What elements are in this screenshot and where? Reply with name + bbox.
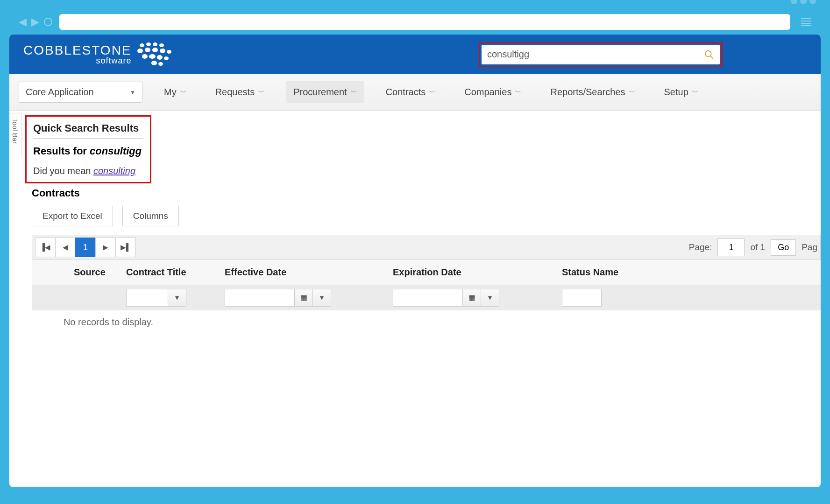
back-icon[interactable]: ◀: [19, 16, 27, 28]
pager-prev-button[interactable]: ◀: [55, 238, 76, 257]
nav-companies[interactable]: Companies﹀: [457, 81, 529, 103]
col-effective-date[interactable]: Effective Date: [219, 267, 387, 278]
columns-button[interactable]: Columns: [122, 206, 179, 226]
brand-sub: software: [23, 56, 132, 66]
svg-point-7: [160, 49, 165, 53]
filter-button[interactable]: ▾: [168, 289, 186, 307]
calendar-button[interactable]: ▦: [294, 289, 313, 307]
col-source[interactable]: Source: [68, 267, 121, 278]
svg-point-5: [145, 48, 150, 52]
nav-setup[interactable]: Setup﹀: [657, 81, 706, 103]
browser-frame: ◀ ▶ COBBLESTONE software: [0, 0, 830, 504]
svg-point-4: [137, 49, 143, 53]
calendar-icon: ▦: [300, 293, 307, 302]
page-input[interactable]: [717, 238, 745, 256]
funnel-icon: ▾: [320, 293, 324, 302]
pager-current-page[interactable]: 1: [75, 238, 96, 257]
menu-icon[interactable]: [801, 18, 811, 26]
page-of-label: of 1: [750, 242, 765, 252]
search-input[interactable]: [487, 49, 704, 60]
contracts-heading: Contracts: [32, 187, 821, 199]
quick-search-results-title: Quick Search Results: [33, 122, 143, 139]
nav-reports-searches[interactable]: Reports/Searches﹀: [543, 81, 642, 103]
chevron-down-icon: ﹀: [351, 88, 357, 97]
grid-pager: ▐◀ ◀ 1 ▶ ▶▌ Page: of 1 Go Pag: [32, 235, 821, 260]
app-selector-label: Core Application: [26, 87, 94, 98]
brand-dots-icon: [136, 41, 178, 69]
page-label: Page:: [689, 242, 712, 252]
col-contract-title[interactable]: Contract Title: [121, 267, 219, 278]
svg-point-10: [149, 54, 156, 59]
pager-first-button[interactable]: ▐◀: [35, 238, 56, 257]
chevron-down-icon: ﹀: [258, 88, 264, 97]
global-search: [479, 42, 723, 67]
did-you-mean: Did you mean consulting: [33, 166, 143, 176]
nav-requests[interactable]: Requests﹀: [208, 81, 272, 103]
filter-button[interactable]: ▾: [312, 289, 331, 307]
funnel-icon: ▾: [175, 293, 179, 302]
search-term: consultigg: [90, 145, 142, 157]
results-highlight: Quick Search Results Results for consult…: [25, 115, 151, 183]
export-to-excel-button[interactable]: Export to Excel: [32, 206, 113, 226]
svg-point-3: [159, 43, 164, 47]
svg-point-6: [152, 48, 158, 52]
svg-point-15: [705, 50, 711, 56]
chevron-down-icon: ﹀: [692, 88, 698, 97]
search-icon[interactable]: [704, 49, 714, 60]
grid-header: Source Contract Title Effective Date Exp…: [32, 260, 821, 285]
svg-point-11: [157, 55, 163, 60]
browser-nav: ◀ ▶: [19, 16, 52, 28]
svg-point-14: [158, 62, 163, 66]
svg-point-12: [164, 56, 169, 60]
tool-bar-tab[interactable]: Tool Bar: [9, 113, 21, 157]
app-selector[interactable]: Core Application ▼: [19, 82, 142, 103]
calendar-icon: ▦: [468, 293, 475, 302]
svg-point-13: [151, 61, 157, 65]
filter-contract-title-input[interactable]: [126, 289, 168, 307]
svg-point-0: [140, 43, 144, 47]
svg-point-2: [153, 42, 157, 46]
grid-filter-row: ▾ ▦ ▾ ▦ ▾: [32, 285, 821, 310]
chevron-down-icon: ﹀: [515, 88, 521, 97]
page-size-label: Pag: [802, 242, 817, 252]
action-row: Export to Excel Columns: [32, 206, 821, 226]
search-highlight: [479, 42, 723, 67]
chevron-down-icon: ﹀: [629, 88, 635, 97]
svg-point-1: [146, 42, 151, 46]
window-dot[interactable]: [791, 0, 797, 4]
svg-line-16: [710, 56, 713, 58]
chevron-down-icon: ﹀: [429, 88, 435, 97]
filter-expiration-date-input[interactable]: [393, 289, 463, 307]
nav-procurement[interactable]: Procurement﹀: [286, 81, 364, 103]
main-nav: Core Application ▼ My﹀ Requests﹀ Procure…: [9, 74, 821, 111]
col-status-name[interactable]: Status Name: [556, 267, 821, 278]
window-dot[interactable]: [800, 0, 807, 4]
window-dot[interactable]: [809, 0, 816, 4]
calendar-button[interactable]: ▦: [462, 289, 481, 307]
funnel-icon: ▾: [488, 293, 492, 302]
svg-point-8: [167, 50, 171, 54]
forward-icon[interactable]: ▶: [31, 16, 39, 28]
nav-my[interactable]: My﹀: [156, 81, 194, 103]
main-area: Quick Search Results Results for consult…: [21, 111, 821, 487]
reload-icon[interactable]: [44, 18, 52, 26]
svg-point-9: [142, 54, 148, 59]
filter-button[interactable]: ▾: [481, 289, 499, 307]
results-for: Results for consultigg: [33, 145, 143, 157]
chevron-down-icon: ﹀: [180, 88, 186, 97]
brand-logo[interactable]: COBBLESTONE software: [23, 41, 178, 69]
col-expiration-date[interactable]: Expiration Date: [387, 267, 556, 278]
nav-contracts[interactable]: Contracts﹀: [378, 81, 443, 103]
pager-go-button[interactable]: Go: [771, 239, 796, 256]
pager-last-button[interactable]: ▶▌: [115, 238, 136, 257]
url-bar[interactable]: [59, 14, 790, 30]
app-window: COBBLESTONE software: [9, 35, 821, 487]
filter-effective-date-input[interactable]: [225, 289, 295, 307]
content: Tool Bar Quick Search Results Results fo…: [9, 111, 821, 487]
search-field: [482, 45, 720, 64]
filter-status-name-input[interactable]: [562, 289, 602, 307]
pager-next-button[interactable]: ▶: [95, 238, 116, 257]
dropdown-caret-icon: ▼: [130, 89, 135, 96]
browser-toolbar: ◀ ▶: [9, 9, 821, 35]
did-you-mean-link[interactable]: consulting: [93, 166, 135, 176]
